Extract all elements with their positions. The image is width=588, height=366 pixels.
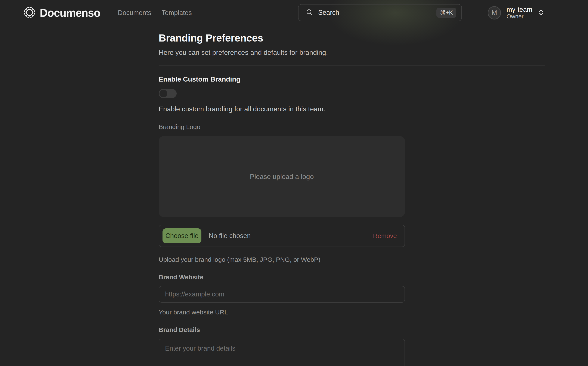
logo-file-input: Choose file No file chosen Remove xyxy=(159,225,405,247)
branding-preferences-section: Branding Preferences Here you can set pr… xyxy=(159,26,545,366)
enable-branding-label: Enable Custom Branding xyxy=(159,75,545,83)
branding-logo-label: Branding Logo xyxy=(159,123,405,130)
brand-details-label: Brand Details xyxy=(159,326,405,334)
nav-link-documents[interactable]: Documents xyxy=(118,9,151,17)
section-divider xyxy=(159,65,545,66)
search-bar[interactable]: Search ⌘+K xyxy=(298,4,462,21)
logo-upload-dropzone[interactable]: Please upload a logo xyxy=(159,136,405,217)
remove-logo-button[interactable]: Remove xyxy=(373,232,397,239)
team-name: my-team xyxy=(507,6,532,14)
search-placeholder: Search xyxy=(318,9,339,16)
search-shortcut-badge: ⌘+K xyxy=(436,8,456,18)
nav-link-templates[interactable]: Templates xyxy=(162,9,192,17)
page-subtitle: Here you can set preferences and default… xyxy=(159,49,545,56)
app-title: Documenso xyxy=(40,7,100,19)
choose-file-button[interactable]: Choose file xyxy=(162,228,201,243)
brand-website-label: Brand Website xyxy=(159,274,405,281)
brand-website-input[interactable] xyxy=(159,286,405,303)
top-nav: Documenso Documents Templates Search ⌘+K… xyxy=(0,0,588,26)
page-title: Branding Preferences xyxy=(159,32,545,44)
documenso-seal-icon xyxy=(24,7,35,19)
primary-nav: Documents Templates xyxy=(118,0,192,26)
brand-details-textarea[interactable] xyxy=(159,339,405,366)
brand-website-helper: Your brand website URL xyxy=(159,309,405,316)
search-icon xyxy=(306,8,313,17)
logo-helper-text: Upload your brand logo (max 5MB, JPG, PN… xyxy=(159,256,405,263)
logo-upload-placeholder: Please upload a logo xyxy=(250,173,314,181)
team-menu[interactable]: M my-team Owner xyxy=(488,0,544,26)
team-avatar: M xyxy=(488,6,501,19)
toggle-thumb xyxy=(160,90,167,97)
team-role: Owner xyxy=(507,13,532,20)
app-logo[interactable]: Documenso xyxy=(24,0,100,26)
chevron-sort-icon xyxy=(538,9,544,17)
enable-branding-toggle[interactable] xyxy=(159,89,176,98)
file-chosen-status: No file chosen xyxy=(209,232,250,240)
enable-branding-description: Enable custom branding for all documents… xyxy=(159,105,545,113)
